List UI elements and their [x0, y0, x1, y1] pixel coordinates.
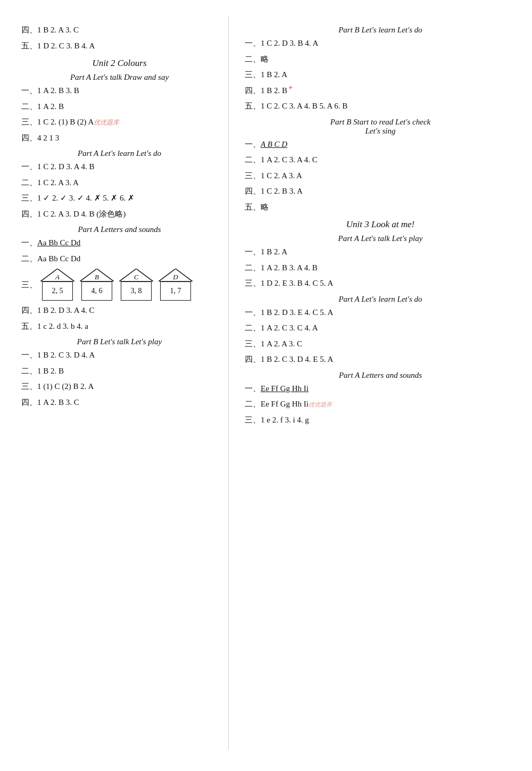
stamp-1: 优优题库	[94, 117, 119, 128]
roof-a: A	[40, 269, 74, 281]
num-label: 五、	[21, 42, 37, 50]
abcd-underlined: A B C D	[261, 140, 287, 148]
u3-learn-4: 四、1 B 2. C 3. D 4. E 5. A	[245, 353, 516, 367]
part-a-letters-u3-title: Part A Letters and sounds	[245, 371, 516, 380]
learn-3: 三、1 ✓ 2. ✓ 3. ✓ 4. ✗ 5. ✗ 6. ✗	[21, 192, 218, 205]
letter-a-label: A	[55, 273, 60, 281]
pb-talk-1: 一、1 B 2. C 3. D 4. A	[21, 349, 218, 362]
part-b-talk-title: Part B Let's talk Let's play	[21, 337, 218, 346]
u3-letters-underlined: Ee Ff Gg Hh Ii	[261, 384, 309, 393]
letter-d-label: D	[173, 273, 178, 281]
item-3a: 三、1 C 2. (1) B (2) A优优题库	[21, 115, 218, 129]
u3-letters-1: 一、Ee Ff Gg Hh Ii	[245, 382, 516, 396]
rb-learn-4: 四、1 B 2. B✦	[245, 84, 516, 98]
part-a-letters-title: Part A Letters and sounds	[21, 225, 218, 234]
u3-learn-1: 一、1 B 2. D 3. E 4. C 5. A	[245, 306, 516, 320]
part-a-learn-title: Part A Let's learn Let's do	[21, 149, 218, 158]
left-column: 四、1 B 2. A 3. C 五、1 D 2. C 3. B 4. A Uni…	[0, 16, 229, 750]
rb-learn-2: 二、略	[245, 53, 516, 67]
u3-talk-2: 二、1 A 2. B 3. A 4. B	[245, 261, 516, 275]
u3-learn-2: 二、1 A 2. C 3. C 4. A	[245, 321, 516, 335]
unit3-title: Unit 3 Look at me!	[245, 219, 516, 230]
shape-b: B 4, 6	[80, 269, 114, 301]
learn-4: 四、1 C 2. A 3. D 4. B (涂色略)	[21, 208, 218, 221]
part-a-talk-title: Part A Let's talk Draw and say	[21, 73, 218, 82]
pb-talk-3: 三、1 (1) C (2) B 2. A	[21, 380, 218, 394]
letters-underlined: Aa Bb Cc Dd	[37, 238, 80, 247]
shapes-row: A 2, 5 B 4, 6	[40, 269, 193, 301]
letter-c-label: C	[134, 273, 139, 281]
rb-learn-1: 一、1 C 2. D 3. B 4. A	[245, 37, 516, 51]
box-c-values: 3, 8	[121, 281, 152, 301]
house-a: A 2, 5	[40, 269, 74, 301]
stamp-3: 优优题库	[309, 400, 332, 410]
unit2-title: Unit 2 Colours	[21, 58, 218, 69]
rb-read-4: 四、1 C 2. B 3. A	[245, 185, 516, 198]
learn-2: 二、1 C 2. A 3. A	[21, 176, 218, 190]
shape-a: A 2, 5	[40, 269, 74, 301]
u3-letters-2: 二、Ee Ff Gg Hh Ii优优题库	[245, 397, 516, 411]
letters-item-4: 四、1 B 2. D 3. A 4. C	[21, 304, 218, 318]
letter-b-label: B	[95, 273, 99, 281]
box-d-values: 1, 7	[160, 281, 191, 301]
rb-learn-3: 三、1 B 2. A	[245, 68, 516, 82]
roof-d: D	[159, 269, 193, 281]
shape-d: D 1, 7	[159, 269, 193, 301]
shapes-label: 三、	[21, 280, 37, 290]
stamp-2: ✦	[287, 82, 293, 93]
page: 四、1 B 2. A 3. C 五、1 D 2. C 3. B 4. A Uni…	[0, 0, 532, 771]
learn-1: 一、1 C 2. D 3. A 4. B	[21, 160, 218, 174]
part-b-read-sub: Let's sing	[245, 127, 516, 136]
u3-talk-1: 一、1 B 2. A	[245, 245, 516, 259]
roof-c: C	[119, 269, 153, 281]
pb-talk-4: 四、1 A 2. B 3. C	[21, 396, 218, 410]
box-a-values: 2, 5	[42, 281, 73, 301]
item-4a: 四、4 2 1 3	[21, 131, 218, 145]
u3-learn-3: 三、1 A 2. A 3. C	[245, 337, 516, 351]
rb-read-3: 三、1 C 2. A 3. A	[245, 169, 516, 183]
roof-b: B	[80, 269, 114, 281]
rb-read-5: 五、略	[245, 201, 516, 214]
letters-2: 二、Aa Bb Cc Dd	[21, 252, 218, 266]
rb-learn-5: 五、1 C 2. C 3. A 4. B 5. A 6. B	[245, 100, 516, 113]
house-d: D 1, 7	[159, 269, 193, 301]
letters-item-5: 五、1 c 2. d 3. b 4. a	[21, 320, 218, 334]
letters-1: 一、Aa Bb Cc Dd	[21, 236, 218, 250]
box-b-values: 4, 6	[81, 281, 112, 301]
item-1a: 一、1 A 2. B 3. B	[21, 84, 218, 98]
u3-talk-3: 三、1 D 2. E 3. B 4. C 5. A	[245, 277, 516, 291]
part-b-learn-title: Part B Let's learn Let's do	[245, 26, 516, 35]
house-c: C 3, 8	[119, 269, 153, 301]
house-b: B 4, 6	[80, 269, 114, 301]
u3-letters-3: 三、1 e 2. f 3. i 4. g	[245, 413, 516, 427]
num-label: 四、	[21, 26, 37, 34]
rb-read-2: 二、1 A 2. C 3. A 4. C	[245, 153, 516, 167]
part-a-talk-u3-title: Part A Let's talk Let's play	[245, 234, 516, 243]
rb-read-1: 一、A B C D	[245, 138, 516, 152]
part-a-learn-u3-title: Part A Let's learn Let's do	[245, 295, 516, 304]
part-b-read-title: Part B Start to read Let's check	[245, 118, 516, 127]
pb-talk-2: 二、1 B 2. B	[21, 364, 218, 378]
right-column: Part B Let's learn Let's do 一、1 C 2. D 3…	[229, 16, 532, 750]
line-wu-1d: 五、1 D 2. C 3. B 4. A	[21, 39, 218, 53]
shape-c: C 3, 8	[119, 269, 153, 301]
line-si-1b: 四、1 B 2. A 3. C	[21, 23, 218, 37]
item-2a: 二、1 A 2. B	[21, 100, 218, 114]
